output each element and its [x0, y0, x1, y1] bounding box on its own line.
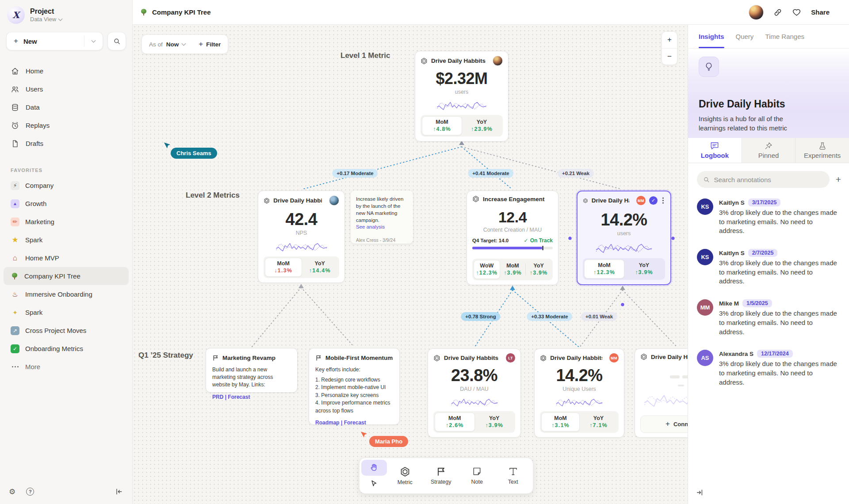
sidebar-item-growth[interactable]: ▲ Growth [4, 195, 129, 213]
filter-button[interactable]: + Filter [199, 40, 221, 49]
project-name: Project [30, 8, 62, 15]
metric-tool-button[interactable]: Metric [387, 460, 423, 492]
note-tool-button[interactable]: Note [459, 460, 495, 492]
level1-label: Level 1 Metric [340, 51, 390, 60]
sidebar-item-more[interactable]: More [4, 358, 129, 376]
mom-stat[interactable]: MoM ↑4.8% [422, 116, 462, 135]
yoy-stat[interactable]: YoY ↑3.9% [526, 260, 551, 279]
subtab-logbook[interactable]: Logbook [688, 138, 742, 163]
sidebar-item-company-kpi-tree[interactable]: Company KPI Tree [4, 267, 129, 285]
metric-card-nps[interactable]: Drive Daily Habbits 42.4 NPS MoM ↓1.3% Y… [258, 191, 345, 283]
asof-value-select[interactable]: Now [166, 41, 179, 48]
insights-panel: Insights Query Time Ranges Drive Daily H… [688, 25, 849, 504]
add-annotation-button[interactable]: + [836, 174, 841, 185]
see-analysis-link[interactable]: See analysis [356, 224, 408, 231]
edge-label[interactable]: +0.33 Moderate [527, 312, 572, 321]
search-button[interactable] [107, 32, 126, 50]
sidebar-item-immersive-onboarding[interactable]: ♨ Immersive Onboarding [4, 285, 129, 303]
tab-insights[interactable]: Insights [699, 25, 724, 48]
strategy-card-marketing-revamp[interactable]: Marketing Revamp Build and launch a new … [206, 348, 298, 393]
yoy-stat[interactable]: YoY ↑23.9% [462, 116, 501, 135]
metric-unit: users [421, 89, 503, 95]
metric-card-selected[interactable]: Drive Daily Habb.. MM ✓ 14.2% users MoM … [577, 191, 671, 285]
subtab-pinned[interactable]: Pinned [742, 138, 795, 163]
annotation-search[interactable] [697, 171, 830, 188]
zoom-in-button[interactable]: + [662, 32, 677, 49]
annotation-search-input[interactable] [714, 176, 823, 183]
mom-stat[interactable]: MoM ↑3.1% [541, 412, 580, 431]
annotation-item[interactable]: KS Kaitlyn S 2/7/2025 3% drop likely due… [697, 249, 839, 286]
settings-gear-icon[interactable]: ⚙ [9, 487, 15, 496]
strategy-card-mobile-first[interactable]: Mobile-First Momentum Key efforts includ… [309, 348, 400, 425]
project-view-select[interactable]: Data View [30, 16, 62, 23]
edge-label[interactable]: +0.41 Moderate [468, 169, 513, 178]
strategy-links[interactable]: Roadmap | Forecast [315, 419, 393, 427]
metric-card-unconnected[interactable]: Drive Daily Hab + Connect [635, 348, 688, 438]
text-tool-button[interactable]: Text [495, 460, 532, 492]
collapse-sidebar-icon[interactable] [115, 487, 123, 496]
edge-label[interactable]: +0.17 Moderate [332, 169, 378, 178]
yoy-stat[interactable]: YoY ↑3.9% [475, 412, 514, 431]
yoy-stat[interactable]: YoY ↑7.1% [580, 412, 617, 431]
share-button[interactable]: Share [811, 8, 830, 16]
kpi-tree-canvas[interactable]: Level 1 Metric Level 2 Metrics Q1 ’25 St… [133, 25, 688, 504]
sidebar-item-cross-project-moves[interactable]: ↗ Cross Project Moves [4, 321, 129, 340]
yoy-stat[interactable]: YoY ↑3.9% [624, 260, 664, 279]
sidebar-item-marketing[interactable]: ✏ Marketing [4, 213, 129, 231]
sidebar-item-spark-2[interactable]: ✦ Spark [4, 303, 129, 321]
project-switcher[interactable]: X Project Data View [0, 0, 132, 28]
database-icon [11, 103, 19, 112]
edge-label[interactable]: +0.01 Weak [581, 312, 617, 321]
pencil-icon: ✏ [11, 218, 19, 226]
mom-stat[interactable]: MoM ↑12.3% [584, 260, 624, 279]
metric-value: 12.4 [472, 209, 553, 226]
mom-stat[interactable]: MoM ↑2.6% [435, 412, 475, 431]
favorite-heart-icon[interactable] [792, 8, 801, 17]
canvas-note[interactable]: Increase likely driven by the launch of … [351, 191, 413, 244]
zoom-out-button[interactable]: − [662, 49, 677, 65]
wow-stat[interactable]: WoW ↑12.3% [474, 260, 500, 279]
strategy-tool-button[interactable]: Strategy [423, 460, 459, 492]
select-tool-button[interactable] [361, 476, 387, 492]
new-dropdown-button[interactable] [84, 35, 103, 47]
sidebar-item-replays[interactable]: Replays [0, 116, 132, 134]
edge-label[interactable]: +0.78 Strong [461, 312, 500, 321]
panel-subtabs: Logbook Pinned Experiments [688, 138, 849, 163]
chat-bubble-icon [710, 141, 719, 150]
sidebar-item-data[interactable]: Data [0, 98, 132, 116]
sidebar-item-company[interactable]: ⚡ Company [4, 176, 129, 195]
connect-button[interactable]: + Connect [642, 417, 688, 431]
yoy-stat[interactable]: YoY ↑14.4% [302, 258, 338, 277]
tab-time-ranges[interactable]: Time Ranges [765, 25, 804, 48]
help-icon[interactable]: ? [26, 488, 34, 496]
user-avatar[interactable] [749, 5, 764, 20]
metric-card-dau-mau[interactable]: Drive Daily Habbits LT 23.8% DAU / MAU M… [428, 348, 521, 438]
new-button[interactable]: + New [6, 32, 103, 50]
metric-card-drive-daily-habbits-l1[interactable]: Drive Daily Habbits $2.32M users MoM ↑4.… [415, 51, 509, 141]
hand-tool-button[interactable] [361, 460, 387, 476]
annotation-date: 2/7/2025 [748, 249, 778, 257]
target-label: Q4 Target: 14.0 [472, 238, 509, 243]
sidebar-item-home[interactable]: Home [0, 62, 132, 80]
metric-card-increase-engagement[interactable]: Increase Engagement 12.4 Content Creatio… [467, 191, 558, 285]
sidebar-item-drafts[interactable]: Drafts [0, 134, 132, 153]
annotation-item[interactable]: MM Mike M 1/5/2025 3% drop likely due to… [697, 299, 839, 336]
subtab-experiments[interactable]: Experiments [795, 138, 849, 163]
annotation-item[interactable]: AS Alexandra S 12/17/2024 3% drop likely… [697, 350, 839, 387]
edge-label[interactable]: +0.21 Weak [558, 169, 594, 178]
collapse-panel-icon[interactable] [695, 488, 704, 497]
tab-query[interactable]: Query [736, 25, 754, 48]
annotation-item[interactable]: KS Kaitlyn S 3/17/2025 3% drop likely du… [697, 199, 839, 236]
copy-link-icon[interactable] [773, 8, 782, 17]
sidebar-item-onboarding-metrics[interactable]: ✓ Onboarding Metrics [4, 340, 129, 358]
mom-stat[interactable]: MoM ↓1.3% [265, 258, 302, 277]
strategy-links[interactable]: PRD | Forecast [212, 393, 291, 401]
sidebar-item-users[interactable]: Users [0, 80, 132, 98]
card-menu-icon[interactable] [662, 200, 664, 201]
metric-hexagon-icon [583, 197, 588, 204]
sidebar-item-home-mvp[interactable]: ⌂ Home MVP [4, 249, 129, 267]
metric-card-unique-users[interactable]: Drive Daily Habbits MM 14.2% Unique User… [534, 348, 624, 438]
tree-icon [140, 8, 148, 16]
sidebar-item-spark[interactable]: ★ Spark [4, 231, 129, 249]
mom-stat[interactable]: MoM ↑3.9% [500, 260, 526, 279]
